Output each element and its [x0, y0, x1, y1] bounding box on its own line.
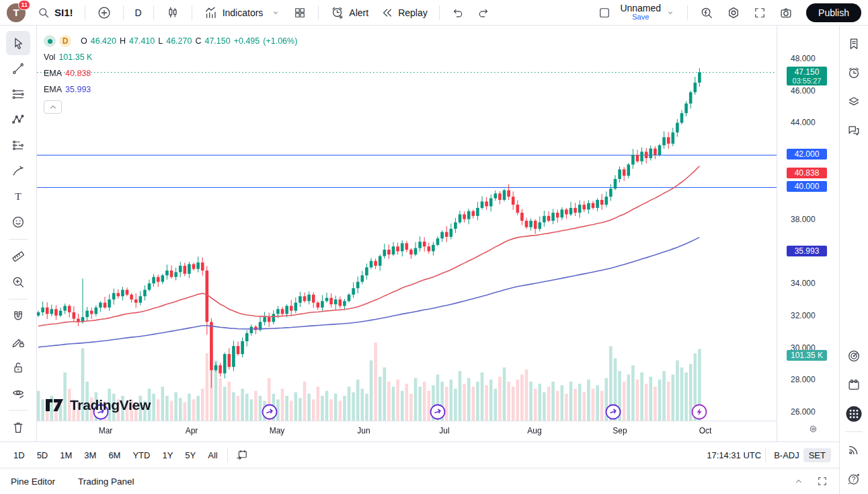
divider — [439, 5, 440, 20]
emoji-icon — [11, 215, 26, 230]
close-value: 47.150 — [204, 36, 230, 46]
redo-button[interactable] — [472, 3, 495, 22]
compare-add-button[interactable] — [92, 3, 116, 23]
range-5d[interactable]: 5D — [32, 448, 54, 463]
change-percent: (+1.06%) — [263, 36, 297, 46]
tool-magnet[interactable] — [6, 304, 30, 328]
gear-icon — [726, 5, 741, 20]
tool-text[interactable]: T — [6, 184, 30, 209]
panel-help[interactable]: ? — [842, 467, 865, 490]
interval-button[interactable]: D — [130, 5, 147, 21]
symbol-legend-row[interactable]: D O46.420 H47.410 L46.270 C47.150 +0.495… — [44, 33, 297, 49]
open-label: O — [81, 36, 87, 46]
legend-interval-badge: D — [59, 35, 71, 47]
undo-button[interactable] — [446, 3, 469, 22]
tool-cursor[interactable] — [6, 31, 30, 55]
radar-icon — [846, 349, 861, 363]
ema1-legend-row[interactable]: EMA 40.838 — [44, 65, 297, 81]
chart-legend: D O46.420 H47.410 L46.270 C47.150 +0.495… — [44, 33, 297, 114]
maximize-panel-icon[interactable] — [816, 475, 828, 487]
ema2-legend-row[interactable]: EMA 35.993 — [44, 81, 297, 98]
range-5y[interactable]: 5Y — [180, 448, 201, 463]
range-ytd[interactable]: YTD — [127, 448, 155, 463]
tool-lock-all-drawings[interactable] — [6, 355, 30, 380]
grid-layout-icon — [293, 6, 307, 20]
avatar-letter: T — [13, 7, 19, 18]
expand-panel-icon[interactable] — [793, 476, 804, 487]
range-1y[interactable]: 1Y — [157, 448, 178, 463]
range-1m[interactable]: 1M — [54, 448, 77, 463]
ema1-value: 40.838 — [65, 69, 91, 78]
adjust-data-button[interactable]: B-ADJ — [770, 448, 803, 462]
tool-fib-retracement[interactable] — [6, 82, 30, 106]
panel-screener[interactable] — [842, 345, 865, 367]
tool-trend-line[interactable] — [6, 57, 30, 81]
alert-button[interactable]: Alert — [325, 3, 373, 23]
ema2-label: EMA — [44, 85, 62, 94]
tool-remove-all[interactable] — [6, 415, 30, 439]
divider — [318, 5, 319, 20]
layout-square-icon — [598, 6, 611, 20]
layout-name-button[interactable]: Unnamed Save — [619, 3, 662, 23]
volume-legend-row[interactable]: Vol 101.35 K — [44, 49, 297, 65]
fullscreen-button[interactable] — [748, 3, 771, 22]
candlestick-icon — [165, 5, 180, 20]
tool-measure[interactable] — [6, 244, 30, 269]
settlement-button[interactable]: SET — [803, 448, 831, 462]
tool-hide-all-drawings[interactable] — [6, 381, 30, 405]
tool-brush[interactable] — [6, 159, 30, 183]
chart-pane[interactable]: D O46.420 H47.410 L46.270 C47.150 +0.495… — [37, 26, 777, 442]
quick-search-button[interactable] — [695, 3, 719, 23]
open-value: 46.420 — [91, 36, 116, 46]
chevron-down-icon — [270, 7, 281, 18]
symbol-search-button[interactable]: SI1! — [32, 3, 78, 22]
replay-label: Replay — [398, 7, 428, 18]
undo-icon — [451, 6, 465, 20]
price-badge: 101.35 K — [787, 350, 827, 361]
grid-layout-button[interactable] — [288, 3, 311, 22]
legend-collapse-button[interactable] — [44, 100, 62, 114]
indicator-templates-button[interactable] — [270, 5, 286, 21]
select-layout-button[interactable] — [593, 3, 616, 22]
axis-settings-icon[interactable] — [808, 424, 818, 434]
tool-zoom-in[interactable] — [6, 270, 30, 294]
trading-panel-button[interactable]: Trading Panel — [78, 477, 134, 487]
chart-settings-button[interactable] — [721, 3, 746, 23]
panel-chat[interactable] — [842, 119, 865, 142]
panel-calendar[interactable] — [842, 374, 865, 396]
pine-editor-button[interactable]: Pine Editor — [11, 477, 55, 487]
chart-style-button[interactable] — [161, 3, 185, 23]
go-to-date-button[interactable] — [232, 446, 252, 464]
panel-streams[interactable] — [842, 438, 865, 461]
divider — [123, 5, 124, 20]
panel-alerts[interactable] — [842, 61, 865, 84]
divider — [85, 5, 85, 20]
range-3m[interactable]: 3M — [79, 448, 102, 463]
replay-button[interactable]: Replay — [376, 3, 432, 22]
user-avatar[interactable]: T 11 — [7, 3, 26, 22]
interval-label: D — [135, 7, 142, 18]
panel-object-tree[interactable] — [842, 90, 865, 113]
divider — [9, 410, 28, 411]
brush-icon — [11, 164, 26, 178]
svg-text:?: ? — [852, 476, 856, 483]
panel-watchlist[interactable] — [842, 32, 865, 55]
panel-apps[interactable] — [842, 402, 865, 425]
layout-menu-button[interactable] — [665, 5, 680, 21]
price-axis[interactable]: 48.00046.00044.00038.00034.00032.00030.0… — [777, 26, 839, 442]
price-tick: 34.000 — [791, 279, 816, 288]
save-link[interactable]: Save — [632, 13, 649, 22]
tool-pattern[interactable] — [6, 108, 30, 132]
timezone-clock[interactable]: 17:14:31 UTC — [707, 450, 761, 460]
divider — [153, 5, 154, 20]
range-1d[interactable]: 1D — [8, 448, 30, 463]
snapshot-button[interactable] — [774, 3, 798, 23]
tool-stay-in-drawing-mode[interactable] — [6, 330, 30, 354]
range-all[interactable]: All — [202, 448, 223, 463]
range-6m[interactable]: 6M — [103, 448, 126, 463]
symbol-label: SI1! — [54, 7, 73, 18]
publish-button[interactable]: Publish — [806, 3, 861, 22]
tool-forecast[interactable] — [6, 133, 30, 157]
indicators-button[interactable]: Indicators — [199, 3, 268, 23]
tool-emoji[interactable] — [6, 210, 30, 234]
